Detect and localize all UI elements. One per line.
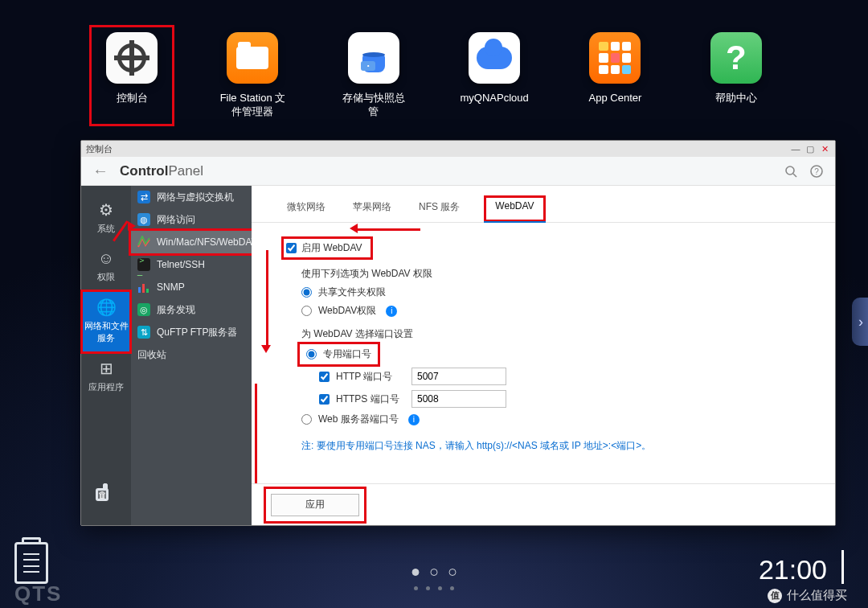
rail-item-network-file-services[interactable]: 🌐 网络和文件服务 <box>82 291 130 352</box>
icon-label: 帮助中心 <box>715 92 757 105</box>
cloud-icon <box>469 32 520 84</box>
info-icon[interactable]: i <box>386 306 397 317</box>
window-minimize-button[interactable]: — <box>790 143 801 154</box>
desktop-icons: 控制台 File Station 文件管理器 ∘ 存储与快照总管 myQNAPc… <box>0 32 868 119</box>
nav-win-mac-nfs-webdav[interactable]: Win/Mac/NFS/WebDAV <box>131 231 252 253</box>
apply-bar: 应用 <box>252 483 835 525</box>
apply-button[interactable]: 应用 <box>271 494 359 516</box>
watermark-badge-icon: 值 <box>768 589 782 603</box>
http-port-checkbox[interactable] <box>319 372 330 382</box>
storage-icon: ∘ <box>348 32 399 84</box>
globe-icon: 🌐 <box>82 298 130 317</box>
svg-rect-4 <box>138 287 141 293</box>
rail-item-applications[interactable]: ⊞ 应用程序 <box>82 352 130 401</box>
perm-webdav-label: WebDAV权限 <box>318 304 376 318</box>
control-panel-window: 控制台 — ▢ ✕ ← ControlPanel ? ⚙ 系统 ☺ 权限 🌐 <box>80 140 836 526</box>
rail-label: 权限 <box>97 272 115 281</box>
tab-microsoft-networking[interactable]: 微软网络 <box>284 195 329 222</box>
watermark: 值什么值得买 <box>768 588 847 603</box>
nav-telnet-ssh[interactable]: ＞_Telnet/SSH <box>131 253 252 276</box>
desktop-icon-file-station[interactable]: File Station 文件管理器 <box>217 32 288 119</box>
recycle-bin-desktop-icon[interactable] <box>14 542 48 584</box>
nav-service-discovery[interactable]: ◎服务发现 <box>131 298 252 321</box>
window-close-button[interactable]: ✕ <box>819 143 830 154</box>
window-title: 控制台 <box>86 143 113 155</box>
breadcrumb-title: ControlPanel <box>120 163 203 179</box>
desktop-icon-myqnapcloud[interactable]: myQNAPcloud <box>459 32 530 119</box>
nav-quftp[interactable]: ⇅QuFTP FTP服务器 <box>131 321 252 343</box>
rail-label: 系统 <box>97 224 115 233</box>
info-icon[interactable]: i <box>408 414 420 425</box>
tab-webdav[interactable]: WebDAV <box>484 195 545 222</box>
https-port-checkbox[interactable] <box>319 394 330 405</box>
enable-webdav-checkbox[interactable] <box>286 243 297 253</box>
icon-label: File Station 文件管理器 <box>217 92 288 119</box>
help-circle-icon[interactable]: ? <box>809 164 824 179</box>
settings-nav: ⇄网络与虚拟交换机 ◍网络访问 Win/Mac/NFS/WebDAV ＞_Tel… <box>131 186 252 525</box>
svg-line-1 <box>793 174 796 177</box>
window-titlebar[interactable]: 控制台 — ▢ ✕ <box>81 141 835 157</box>
rail-item-privilege[interactable]: ☺ 权限 <box>82 243 130 291</box>
folder-icon <box>227 32 278 84</box>
desktop-pager[interactable] <box>412 569 457 576</box>
http-port-input[interactable] <box>411 368 506 385</box>
tab-apple-networking[interactable]: 苹果网络 <box>350 195 395 222</box>
trash-icon: 🗑 <box>96 488 108 501</box>
protocols-icon <box>137 236 150 249</box>
https-port-input[interactable] <box>411 390 506 408</box>
svg-rect-6 <box>146 289 149 293</box>
search-icon[interactable] <box>784 164 798 179</box>
desktop-icon-control-panel[interactable]: 控制台 <box>96 32 167 119</box>
icon-label: 控制台 <box>117 92 148 105</box>
svg-rect-5 <box>142 284 145 293</box>
rail-label: 网络和文件服务 <box>84 321 129 343</box>
perm-shared-folder-radio[interactable] <box>301 287 312 298</box>
terminal-icon: ＞_ <box>137 258 150 271</box>
nav-network-vswitch[interactable]: ⇄网络与虚拟交换机 <box>131 186 252 208</box>
window-header: ← ControlPanel ? <box>81 157 835 186</box>
enable-webdav-label: 启用 WebDAV <box>301 241 362 255</box>
desktop-pager-secondary <box>414 586 454 590</box>
desktop-next-page-button[interactable]: › <box>852 298 868 346</box>
nav-recycle-bin[interactable]: 🗑回收站 <box>131 343 252 366</box>
dedicated-port-label: 专用端口号 <box>323 347 371 361</box>
globe-icon: ◍ <box>137 213 150 226</box>
http-port-label: HTTP 端口号 <box>336 370 405 384</box>
ftp-icon: ⇅ <box>137 326 150 339</box>
icon-label: 存储与快照总管 <box>338 92 409 119</box>
category-rail: ⚙ 系统 ☺ 权限 🌐 网络和文件服务 ⊞ 应用程序 <box>81 186 131 525</box>
webdav-form: 启用 WebDAV 使用下列选项为 WebDAV 权限 共享文件夹权限 WebD… <box>252 223 835 525</box>
tab-nfs-service[interactable]: NFS 服务 <box>416 195 463 222</box>
perm-shared-folder-label: 共享文件夹权限 <box>318 286 386 299</box>
desktop-icon-app-center[interactable]: App Center <box>579 32 650 119</box>
perm-webdav-radio[interactable] <box>301 306 312 316</box>
desktop-icon-help-center[interactable]: ? 帮助中心 <box>701 32 772 119</box>
webserver-port-label: Web 服务器端口号 <box>318 413 399 426</box>
svg-point-0 <box>786 166 794 175</box>
icon-label: App Center <box>589 92 642 105</box>
rail-item-system[interactable]: ⚙ 系统 <box>82 194 130 243</box>
clock: 21:00 <box>759 550 844 585</box>
port-section-label: 为 WebDAV 选择端口设置 <box>301 327 803 341</box>
window-maximize-button[interactable]: ▢ <box>805 143 816 154</box>
question-icon: ? <box>710 32 762 84</box>
back-arrow-icon[interactable]: ← <box>92 162 108 180</box>
gear-icon: ⚙ <box>82 200 130 220</box>
os-brand: QTS <box>14 581 62 606</box>
nav-snmp[interactable]: SNMP <box>131 276 252 298</box>
apply-highlight: 应用 <box>266 489 364 521</box>
protocol-tabs: 微软网络 苹果网络 NFS 服务 WebDAV <box>252 186 835 223</box>
nav-network-access[interactable]: ◍网络访问 <box>131 208 252 231</box>
permission-section-label: 使用下列选项为 WebDAV 权限 <box>301 267 803 281</box>
gear-icon <box>106 32 158 84</box>
webserver-port-radio[interactable] <box>301 414 312 425</box>
main-panel: 微软网络 苹果网络 NFS 服务 WebDAV 启用 WebDAV 使用下列选项… <box>252 186 835 525</box>
apps-grid-icon <box>589 32 641 84</box>
svg-text:?: ? <box>814 167 819 176</box>
https-port-label: HTTPS 端口号 <box>336 392 405 406</box>
dedicated-port-radio[interactable] <box>306 349 317 359</box>
radar-icon: ◎ <box>137 303 150 316</box>
bars-icon <box>137 281 150 294</box>
icon-label: myQNAPcloud <box>461 92 529 105</box>
desktop-icon-storage-snapshot[interactable]: ∘ 存储与快照总管 <box>338 32 409 119</box>
